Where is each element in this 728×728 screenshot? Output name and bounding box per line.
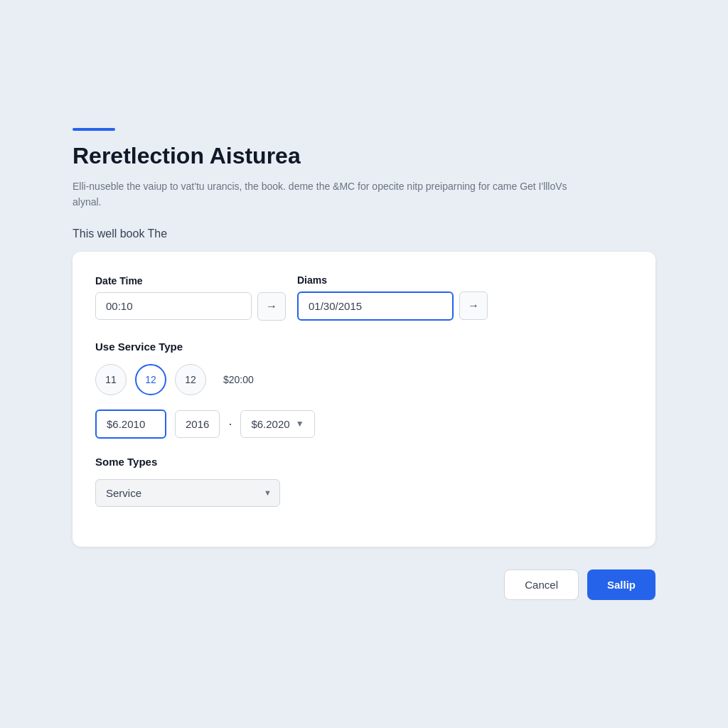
- use-service-type-label: Use Service Type: [95, 341, 633, 353]
- diams-input-row: →: [297, 291, 488, 321]
- primary-button[interactable]: Sallip: [587, 569, 655, 600]
- dropdown-box[interactable]: $6.2020 ▼: [240, 410, 314, 438]
- value-box-selected[interactable]: $6.2010: [95, 410, 166, 439]
- diams-arrow-btn[interactable]: →: [459, 291, 488, 320]
- page-description: Elli-nuseble the vaiup to vat'tu urancis…: [73, 178, 570, 210]
- chip-12-selected[interactable]: 12: [135, 364, 166, 395]
- date-time-label: Date Time: [95, 275, 286, 287]
- arrow-right-icon: →: [266, 300, 277, 313]
- value-dot: ·: [228, 417, 232, 432]
- chip-11[interactable]: 11: [95, 364, 127, 395]
- cancel-button[interactable]: Cancel: [504, 569, 579, 600]
- diams-arrow-right-icon: →: [468, 299, 479, 312]
- service-select-wrapper: Service Option A Option B Option C: [95, 479, 280, 507]
- date-time-arrow-btn[interactable]: →: [257, 292, 286, 321]
- value-row: $6.2010 2016 · $6.2020 ▼: [95, 410, 633, 439]
- diams-label: Diams: [297, 274, 488, 286]
- datetime-diams-row: Date Time → Diams →: [95, 274, 633, 321]
- date-time-input-row: →: [95, 292, 286, 321]
- date-time-input[interactable]: [95, 292, 252, 320]
- use-service-type-section: Use Service Type 11 12 12 $20:00 $6.2010: [95, 341, 633, 439]
- some-types-section: Some Types Service Option A Option B Opt…: [95, 456, 633, 507]
- form-card: Date Time → Diams →: [73, 252, 655, 547]
- date-time-group: Date Time →: [95, 275, 286, 321]
- chips-row: 11 12 12 $20:00: [95, 364, 633, 395]
- chip-price-text: $20:00: [215, 368, 262, 391]
- chevron-down-icon: ▼: [296, 419, 304, 429]
- some-types-label: Some Types: [95, 456, 633, 468]
- footer-buttons: Cancel Sallip: [73, 569, 655, 600]
- accent-line: [73, 128, 115, 131]
- diams-group: Diams →: [297, 274, 488, 321]
- page-title: Reretlection Aisturea: [73, 142, 655, 169]
- value-box-plain[interactable]: 2016: [175, 410, 220, 438]
- diams-input[interactable]: [297, 291, 454, 321]
- section-label: This well book The: [73, 228, 655, 240]
- service-select[interactable]: Service Option A Option B Option C: [95, 479, 280, 507]
- chip-12-second[interactable]: 12: [175, 364, 206, 395]
